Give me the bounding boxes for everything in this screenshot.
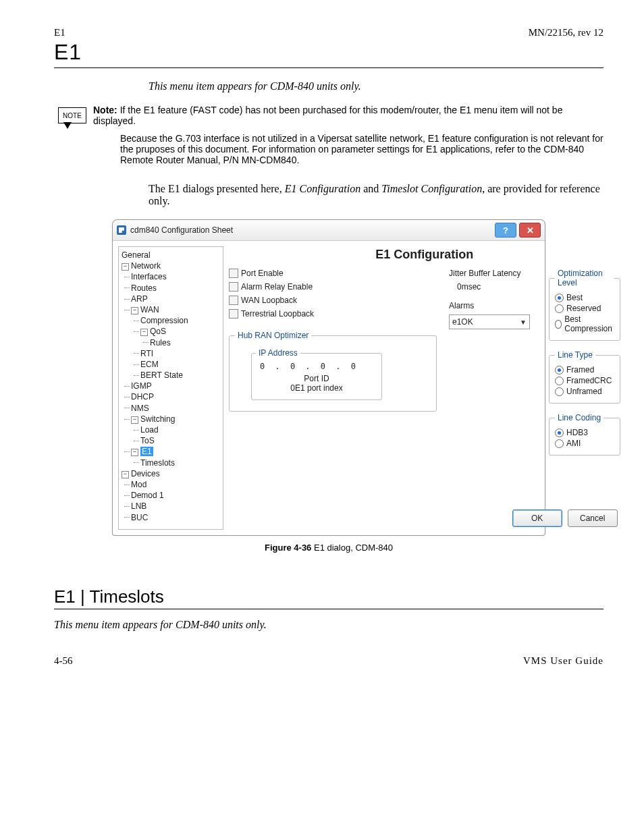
note-label: Note:	[93, 105, 117, 115]
ip-address-field[interactable]: 0 . 0 . 0 . 0	[256, 360, 377, 372]
config-dialog: cdm840 Configuration Sheet ? ✕ General −…	[112, 219, 545, 536]
opt-best-compression-radio[interactable]: Best Compression	[555, 314, 614, 333]
section-heading-timeslots: E1 | Timeslots	[54, 586, 603, 607]
line-type-group: Line Type Framed FramedCRC Unframed	[549, 350, 620, 404]
ref-em-2: Timeslot Configuration	[381, 183, 482, 194]
linetype-framed-radio[interactable]: Framed	[555, 365, 614, 375]
page-number: 4-56	[54, 655, 73, 667]
tree-devices[interactable]: −Devices Mod Demod 1 LNB BUC	[122, 468, 221, 523]
close-button[interactable]: ✕	[519, 223, 541, 238]
tree-nms[interactable]: NMS	[131, 403, 221, 414]
optimization-level-legend: Optimization Level	[555, 269, 614, 287]
dialog-titlebar[interactable]: cdm840 Configuration Sheet ? ✕	[113, 220, 545, 241]
ref-em-1: E1 Configuration	[285, 183, 360, 194]
tree-lnb[interactable]: LNB	[131, 501, 221, 512]
tree-network[interactable]: −Network Interfaces Routes ARP −WAN Comp…	[122, 260, 221, 468]
ref-text-1: The E1 dialogs presented here,	[149, 183, 285, 194]
terrestrial-loopback-checkbox[interactable]: Terrestrial Loopback	[229, 309, 437, 319]
figure-caption: Figure 4-36 E1 dialog, CDM-840	[54, 543, 603, 553]
ip-address-group: IP Address 0 . 0 . 0 . 0 Port ID 0E1 por…	[251, 348, 382, 400]
tree-general[interactable]: General	[122, 250, 221, 260]
tree-switching[interactable]: −Switching Load ToS	[131, 414, 221, 447]
tree-arp[interactable]: ARP	[131, 294, 221, 304]
hub-ran-optimizer-group: Hub RAN Optimizer IP Address 0 . 0 . 0 .…	[229, 331, 437, 412]
opt-reserved-radio[interactable]: Reserved	[555, 304, 614, 313]
running-head-left: E1	[54, 27, 65, 38]
tree-rti[interactable]: RTI	[140, 348, 221, 359]
tree-dhcp[interactable]: DHCP	[131, 391, 221, 402]
nav-tree[interactable]: General −Network Interfaces Routes ARP −…	[118, 246, 223, 530]
linetype-unframed-radio[interactable]: Unframed	[555, 387, 614, 396]
tree-tos[interactable]: ToS	[140, 435, 221, 446]
linecoding-ami-radio[interactable]: AMI	[555, 439, 614, 448]
alarm-relay-checkbox[interactable]: Alarm Relay Enable	[229, 282, 437, 292]
note-paragraph-2: Because the G.703 interface is not utili…	[120, 133, 603, 165]
jitter-buffer-label: Jitter Buffer Latency	[449, 269, 537, 278]
running-head-right: MN/22156, rev 12	[529, 27, 603, 38]
help-button[interactable]: ?	[495, 223, 516, 238]
cancel-button[interactable]: Cancel	[568, 509, 618, 527]
app-icon	[117, 225, 126, 235]
tree-routes[interactable]: Routes	[131, 283, 221, 294]
optimization-level-group: Optimization Level Best Reserved Best Co…	[549, 269, 620, 341]
tree-wan[interactable]: −WAN Compression −QoS Rules RTI ECM BERT…	[131, 304, 221, 381]
port-enable-checkbox[interactable]: Port Enable	[229, 269, 437, 278]
tree-bert[interactable]: BERT State	[140, 370, 221, 381]
ok-button[interactable]: OK	[512, 509, 562, 527]
timeslots-intro: This menu item appears for CDM-840 units…	[54, 619, 603, 631]
panel-heading: E1 Configuration	[229, 248, 620, 262]
tree-rules[interactable]: Rules	[150, 337, 221, 348]
footer-guide-title: VMS User Guide	[523, 655, 603, 667]
line-coding-group: Line Coding HDB3 AMI	[549, 413, 620, 456]
note-icon: NOTE	[54, 107, 88, 132]
tree-compression[interactable]: Compression	[140, 315, 221, 326]
port-id-label: Port ID	[256, 374, 377, 383]
line-type-legend: Line Type	[555, 350, 595, 360]
wan-loopback-checkbox[interactable]: WAN Loopback	[229, 296, 437, 305]
tree-demod1[interactable]: Demod 1	[131, 490, 221, 501]
opt-best-radio[interactable]: Best	[555, 293, 614, 302]
note-icon-label: NOTE	[58, 107, 86, 123]
hub-legend: Hub RAN Optimizer	[235, 331, 311, 340]
jitter-buffer-value: 0msec	[449, 282, 537, 292]
linecoding-hdb3-radio[interactable]: HDB3	[555, 428, 614, 437]
tree-buc[interactable]: BUC	[131, 512, 221, 523]
alarms-label: Alarms	[449, 301, 537, 310]
tree-interfaces[interactable]: Interfaces	[131, 271, 221, 282]
page-title: E1	[54, 40, 603, 65]
note-paragraph-1: If the E1 feature (FAST code) has not be…	[93, 105, 562, 126]
port-id-value[interactable]: 0E1 port index	[256, 383, 377, 393]
chevron-down-icon: ▼	[520, 319, 527, 326]
alarms-combobox[interactable]: e1OK ▼	[449, 314, 530, 329]
tree-ecm[interactable]: ECM	[140, 359, 221, 370]
reference-paragraph: The E1 dialogs presented here, E1 Config…	[149, 183, 603, 207]
tree-qos[interactable]: −QoS Rules	[140, 326, 221, 348]
dialog-title: cdm840 Configuration Sheet	[130, 225, 492, 235]
tree-timeslots[interactable]: Timeslots	[140, 458, 221, 468]
linetype-framedcrc-radio[interactable]: FramedCRC	[555, 376, 614, 385]
tree-mod[interactable]: Mod	[131, 479, 221, 490]
ref-text-2: and	[360, 183, 381, 194]
line-coding-legend: Line Coding	[555, 413, 603, 422]
tree-igmp[interactable]: IGMP	[131, 381, 221, 391]
intro-sentence: This menu item appears for CDM-840 units…	[149, 80, 603, 92]
alarms-value: e1OK	[452, 317, 473, 327]
section-rule	[54, 609, 603, 609]
ip-address-label: IP Address	[256, 348, 300, 358]
tree-e1[interactable]: −E1 Timeslots	[131, 446, 221, 468]
figure-caption-number: Figure 4-36	[265, 543, 311, 553]
figure-caption-text: E1 dialog, CDM-840	[311, 543, 393, 553]
header-rule	[54, 67, 603, 68]
tree-load[interactable]: Load	[140, 424, 221, 435]
